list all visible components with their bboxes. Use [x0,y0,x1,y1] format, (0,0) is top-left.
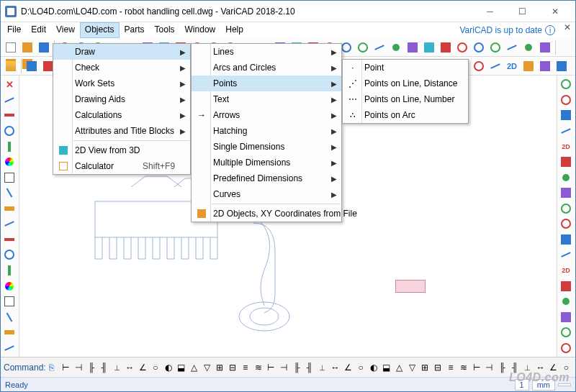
toolbar1-btn-28[interactable] [521,40,536,55]
bottom-btn-1[interactable]: ⊣ [73,360,85,375]
bottom-btn-15[interactable]: ≋ [252,360,264,375]
bottom-btn-8[interactable]: ◐ [162,360,174,375]
bottom-btn-33[interactable]: ⊣ [483,360,495,375]
left-btn-6[interactable] [1,186,17,201]
menu-single-dim[interactable]: Single Dimensions▶ [192,139,341,155]
left-btn-2[interactable] [1,124,17,139]
bottom-btn-24[interactable]: ◐ [368,360,380,375]
toolbar1-btn-23[interactable] [438,40,454,55]
menu-help[interactable]: Help [220,22,248,38]
toolbar1-btn-24[interactable] [454,40,470,55]
menu-2d-from-file[interactable]: 2D Objects, XY Coordinates from File [192,206,341,222]
bottom-btn-29[interactable]: ⊟ [432,360,444,375]
menu-arcs-circles[interactable]: Arcs and Circles▶ [192,60,341,76]
left-btn-16[interactable] [1,341,17,356]
title-block[interactable] [395,280,426,293]
bottom-btn-9[interactable]: ⬓ [175,360,187,375]
bottom-btn-4[interactable]: ⟂ [111,360,123,375]
toolbar1-btn-22[interactable] [421,40,437,55]
right-btn-17[interactable] [558,341,574,356]
bottom-btn-34[interactable]: ╟ [496,360,508,375]
right-btn-8[interactable] [558,201,574,216]
bottom-btn-31[interactable]: ≋ [457,360,469,375]
right-btn-1[interactable] [558,93,574,108]
right-btn-16[interactable] [558,325,574,340]
left-btn-11[interactable] [1,263,17,278]
menu-attributes[interactable]: Attributes and Title Blocks▶ [53,123,190,139]
open-icon[interactable] [19,40,35,55]
right-btn-14[interactable] [558,294,574,309]
left-btn-10[interactable] [1,247,17,263]
lt-delete-icon[interactable]: ✕ [1,77,17,92]
right-btn-2[interactable] [558,108,574,123]
menu-check[interactable]: Check▶ [53,60,190,76]
menu-point[interactable]: ·Point [343,60,468,76]
bottom-btn-16[interactable]: ⊢ [265,360,277,375]
menu-draw[interactable]: Draw▶ [53,44,190,60]
right-btn-7[interactable] [558,186,574,201]
left-btn-8[interactable] [1,216,17,232]
menu-calculations[interactable]: Calculations▶ [53,107,190,123]
bottom-btn-12[interactable]: ⊞ [214,360,226,375]
toolbar2-btn-31[interactable] [537,58,553,74]
menu-hatching[interactable]: Hatching▶ [192,123,341,139]
bottom-btn-25[interactable]: ⬓ [380,360,392,375]
menu-points[interactable]: Points▶ [192,76,341,91]
close-button[interactable]: ✕ [539,1,571,22]
toolbar2-btn-29[interactable]: 2D [504,58,520,74]
panel-close-icon[interactable]: ✕ [561,22,574,38]
update-status[interactable]: VariCAD is up to date i [460,22,559,38]
toolbar2-btn-30[interactable] [521,58,536,74]
save-icon[interactable] [36,40,52,55]
bottom-btn-14[interactable]: ≡ [239,360,251,375]
menu-parts[interactable]: Parts [120,22,150,38]
right-btn-12[interactable]: 2D [558,263,574,278]
bottom-btn-20[interactable]: ⟂ [316,360,328,375]
left-btn-4[interactable] [1,155,17,170]
menu-worksets[interactable]: Work Sets▶ [53,76,190,91]
bottom-btn-6[interactable]: ∠ [137,360,149,375]
bottom-btn-27[interactable]: ▽ [406,360,418,375]
menu-predefined-dim[interactable]: Predefined Dimensions▶ [192,170,341,186]
toolbar1-btn-19[interactable] [372,40,387,55]
menu-curves[interactable]: Curves▶ [192,186,341,202]
right-btn-13[interactable] [558,278,574,293]
toolbar2-btn-32[interactable] [554,58,570,74]
command-insert-icon[interactable]: ⎘ [49,363,54,373]
bottom-btn-18[interactable]: ╟ [291,360,303,375]
bottom-btn-23[interactable]: ○ [355,360,367,375]
menu-multiple-dim[interactable]: Multiple Dimensions▶ [192,155,341,170]
toolbar1-btn-29[interactable] [537,40,553,55]
menu-points-line-number[interactable]: ⋯Points on Line, Number [343,91,468,107]
left-btn-14[interactable] [1,309,17,324]
toolbar2-btn-28[interactable] [487,58,503,74]
menu-drawing-aids[interactable]: Drawing Aids▶ [53,91,190,107]
toolbar1-btn-26[interactable] [487,40,503,55]
menu-edit[interactable]: Edit [26,22,51,38]
bottom-btn-0[interactable]: ⊢ [60,360,72,375]
menu-file[interactable]: File [2,22,26,38]
menu-calculator[interactable]: CalculatorShift+F9 [53,158,190,174]
bottom-btn-22[interactable]: ∠ [342,360,354,375]
right-btn-3[interactable] [558,124,574,139]
menu-view[interactable]: View [51,22,80,38]
toolbar2-btn-0[interactable] [24,58,40,74]
maximize-button[interactable]: ☐ [506,1,539,22]
right-btn-6[interactable] [558,170,574,185]
bottom-btn-19[interactable]: ╢ [303,360,315,375]
menu-tools[interactable]: Tools [150,22,180,38]
right-btn-5[interactable] [558,155,574,170]
bottom-btn-10[interactable]: △ [188,360,200,375]
left-btn-5[interactable] [1,170,17,185]
menu-points-arc[interactable]: ∴Points on Arc [343,107,468,123]
bottom-btn-3[interactable]: ╢ [98,360,110,375]
menu-objects[interactable]: Objects [80,22,120,38]
toolbar1-btn-21[interactable] [405,40,420,55]
menu-2d-from-3d[interactable]: 2D View from 3D [53,142,190,158]
toolbar1-btn-25[interactable] [471,40,487,55]
menu-text[interactable]: Text▶ [192,91,341,107]
layers-icon[interactable] [3,58,19,74]
bottom-btn-26[interactable]: △ [393,360,405,375]
menu-lines[interactable]: Lines▶ [192,44,341,60]
left-btn-12[interactable] [1,278,17,293]
